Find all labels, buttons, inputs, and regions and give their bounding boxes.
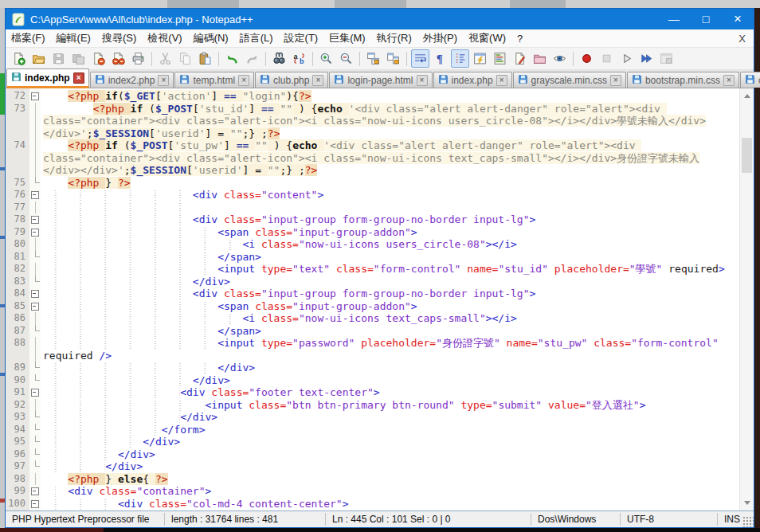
menu-item-window[interactable]: 視窗(W) <box>463 29 511 47</box>
menu-item-help[interactable]: ? <box>511 31 528 46</box>
menu-item-plugins[interactable]: 外掛(P) <box>417 29 463 47</box>
code-line-73[interactable]: 73 <?php if ($_POST['stu_id'] == "" ) {e… <box>6 103 739 140</box>
tab-close-icon[interactable]: × <box>417 75 428 86</box>
toolbar-button-redo-icon[interactable] <box>243 49 261 68</box>
toolbar-button-zoom-out-icon[interactable] <box>337 49 355 68</box>
status-insert-mode[interactable]: INS <box>718 513 742 526</box>
toolbar-button-sync-horizontal-scroll-icon[interactable] <box>384 49 402 68</box>
vertical-scrollbar[interactable] <box>739 88 754 510</box>
code-line-75[interactable]: 75 <?php } ?> <box>6 177 739 190</box>
code-line-84[interactable]: 84 <div class="input-group form-group-no… <box>6 288 739 300</box>
code-line-89[interactable]: 89 </div> <box>6 362 739 374</box>
code-line-92[interactable]: 92 <input class="btn btn-primary btn-rou… <box>6 399 739 412</box>
fold-collapse-icon[interactable] <box>29 485 41 498</box>
menu-item-macro[interactable]: 巨集(M) <box>323 29 371 47</box>
toolbar-button-close-file-icon[interactable] <box>89 49 108 68</box>
code-line-81[interactable]: 81 </span> <box>6 251 739 264</box>
code-line-82[interactable]: 82 <input type="text" class="form-contro… <box>6 263 739 276</box>
toolbar-button-word-wrap-icon[interactable] <box>411 49 429 68</box>
toolbar-button-paste-icon[interactable] <box>196 49 214 68</box>
toolbar-button-copy-icon[interactable] <box>176 49 194 68</box>
tab-close-icon[interactable]: × <box>158 75 169 86</box>
close-button[interactable]: × <box>722 9 754 29</box>
status-encoding[interactable]: UTF-8 <box>621 513 718 526</box>
menu-item-settings[interactable]: 設定(T) <box>279 29 324 47</box>
code-line-87[interactable]: 87 </span> <box>6 325 739 338</box>
menu-item-view[interactable]: 檢視(V) <box>142 29 187 47</box>
toolbar-button-document-map-icon[interactable] <box>491 49 509 68</box>
toolbar-button-open-file-icon[interactable] <box>29 49 48 68</box>
code-line-76[interactable]: 76 <div class="content"> <box>6 189 739 201</box>
tab-close-icon[interactable]: × <box>723 75 735 86</box>
toolbar-button-cut-icon[interactable] <box>156 49 174 68</box>
fold-collapse-icon[interactable] <box>29 288 41 300</box>
toolbar-button-macro-record-icon[interactable] <box>578 49 596 68</box>
toolbar-button-macro-play-icon[interactable] <box>617 49 636 68</box>
menu-item-run[interactable]: 執行(R) <box>371 29 417 47</box>
code-line-90[interactable]: 90 </div> <box>6 374 739 387</box>
toolbar-button-show-all-characters-icon[interactable]: ¶ <box>431 49 449 68</box>
toolbar-button-close-all-icon[interactable] <box>109 49 127 68</box>
toolbar-button-print-icon[interactable] <box>129 49 147 68</box>
scroll-down-button[interactable] <box>740 497 754 509</box>
toolbar-button-zoom-in-icon[interactable] <box>317 49 335 68</box>
toolbar-button-undo-icon[interactable] <box>223 49 241 68</box>
minimize-button[interactable]: — <box>658 9 690 29</box>
toolbar-button-macro-stop-icon[interactable] <box>597 49 616 68</box>
fold-collapse-icon[interactable] <box>29 213 41 226</box>
toolbar-button-define-language-icon[interactable] <box>471 49 489 68</box>
code-line-97[interactable]: 97 </div> <box>6 460 739 473</box>
menu-item-encoding[interactable]: 編碼(N) <box>188 29 234 47</box>
toolbar-button-function-list-icon[interactable] <box>511 49 529 68</box>
toolbar-button-macro-save-icon[interactable] <box>657 49 676 68</box>
tab-close-icon[interactable]: × <box>610 75 621 86</box>
menubar-close-icon[interactable]: X <box>731 33 754 45</box>
code-line-83[interactable]: 83 </div> <box>6 276 739 288</box>
code-line-93[interactable]: 93 </div> <box>6 411 739 424</box>
code-line-86[interactable]: 86 <i class="now-ui-icons text_caps-smal… <box>6 312 739 325</box>
fold-collapse-icon[interactable] <box>29 189 41 201</box>
toolbar-button-find-icon[interactable] <box>270 49 288 68</box>
tab-login-page.html[interactable]: login-page.html× <box>329 72 432 88</box>
toolbar-button-sync-vertical-scroll-icon[interactable] <box>364 49 382 68</box>
tab-index.php[interactable]: index.php× <box>6 68 89 88</box>
resize-grip[interactable] <box>742 515 754 527</box>
toolbar-button-monitoring-icon[interactable] <box>550 49 569 68</box>
menu-item-edit[interactable]: 編輯(E) <box>51 29 96 47</box>
tab-control-news-edit.php[interactable]: control_news_edit.php× <box>740 72 760 88</box>
fold-collapse-icon[interactable] <box>29 226 41 239</box>
toolbar-button-new-file-icon[interactable] <box>10 49 28 68</box>
scrollbar-thumb[interactable] <box>742 138 752 173</box>
code-line-88[interactable]: 88 <input type="password" placeholder="身… <box>6 337 739 362</box>
code-line-77[interactable]: 77 <box>6 201 739 214</box>
tab-grayscale.min.css[interactable]: grayscale.min.css× <box>513 72 626 88</box>
tab-temp.html[interactable]: temp.html× <box>174 72 254 88</box>
fold-collapse-icon[interactable] <box>29 386 41 399</box>
fold-collapse-icon[interactable] <box>29 510 41 510</box>
code-line-80[interactable]: 80 <i class="now-ui-icons users_circle-0… <box>6 238 739 251</box>
code-line-91[interactable]: 91 <div class="footer text-center"> <box>6 386 739 399</box>
tab-index.php[interactable]: index.php× <box>433 72 512 88</box>
tab-bootstrap.min.css[interactable]: bootstrap.min.css× <box>627 72 739 88</box>
tab-index2.php[interactable]: index2.php× <box>90 72 174 88</box>
tab-close-icon[interactable]: × <box>73 72 84 84</box>
code-line-79[interactable]: 79 <span class="input-group-addon"> <box>6 226 739 239</box>
code-line-74[interactable]: 74 <?php if ($_POST['stu_pw'] == "" ) {e… <box>6 139 739 177</box>
toolbar-button-replace-icon[interactable]: ab <box>290 49 308 68</box>
toolbar-button-save-all-icon[interactable] <box>69 49 88 68</box>
code-line-72[interactable]: 72 <?php if($_GET['action'] == "login"){… <box>6 90 739 103</box>
code-line-101[interactable]: 101 <div class="alert alert-info" role="… <box>6 510 739 510</box>
toolbar-button-indent-guide-icon[interactable] <box>451 49 469 68</box>
status-eol-format[interactable]: Dos\Windows <box>531 513 621 526</box>
toolbar-button-save-icon[interactable] <box>49 49 68 68</box>
code-line-96[interactable]: 96 </div> <box>6 448 739 461</box>
tab-close-icon[interactable]: × <box>496 75 507 86</box>
fold-collapse-icon[interactable] <box>29 300 41 313</box>
menu-item-file[interactable]: 檔案(F) <box>6 29 51 47</box>
fold-collapse-icon[interactable] <box>29 498 41 510</box>
menu-item-search[interactable]: 搜尋(S) <box>96 29 142 47</box>
code-line-85[interactable]: 85 <span class="input-group-addon"> <box>6 300 739 313</box>
maximize-button[interactable]: □ <box>690 9 722 29</box>
menu-item-language[interactable]: 語言(L) <box>234 29 279 47</box>
code-line-78[interactable]: 78 <div class="input-group form-group-no… <box>6 213 739 226</box>
